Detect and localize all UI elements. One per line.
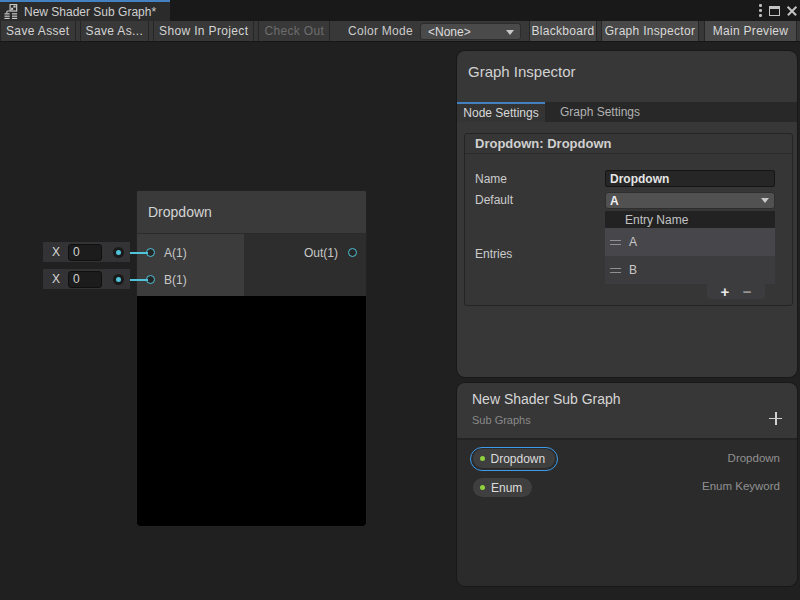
drag-handle-icon[interactable] <box>610 268 621 273</box>
entries-list: Entry Name A B + − <box>605 211 775 284</box>
add-entry-button[interactable]: + <box>720 285 729 298</box>
graph-inspector-toggle[interactable]: Graph Inspector <box>601 21 699 41</box>
entries-list-header: Entry Name <box>605 211 775 228</box>
name-input[interactable]: Dropdown <box>605 170 775 187</box>
toolbar: Save Asset Save As... Show In Project Ch… <box>0 21 800 42</box>
property-pill-enum[interactable]: Enum <box>473 478 532 497</box>
entries-header-label: Entry Name <box>625 213 688 227</box>
graph-inspector-title: Graph Inspector <box>468 63 576 80</box>
property-pill-label: Dropdown <box>491 452 546 466</box>
axis-x-label: X <box>52 272 60 286</box>
node-preview <box>136 296 367 527</box>
port-out-label: Out(1) <box>238 247 338 259</box>
node-settings-section: Dropdown: Dropdown Name Dropdown Default… <box>464 133 793 306</box>
default-label: Default <box>475 193 513 207</box>
shader-sub-graph-icon <box>4 4 19 19</box>
add-property-button[interactable] <box>769 412 783 426</box>
selected-property-ring: Dropdown <box>470 447 558 471</box>
entry-row-b[interactable]: B <box>605 256 775 284</box>
node-header[interactable]: Dropdown <box>136 190 367 233</box>
blackboard-panel: New Shader Sub Graph Sub Graphs Dropdown… <box>457 383 797 586</box>
blackboard-toggle[interactable]: Blackboard <box>529 21 597 41</box>
blackboard-title: New Shader Sub Graph <box>472 391 621 407</box>
main-preview-toggle[interactable]: Main Preview <box>704 21 797 41</box>
port-a-value-widget: X 0 <box>43 242 130 262</box>
node-input-section <box>137 234 244 296</box>
port-out-connector[interactable] <box>348 248 357 257</box>
toolbar-toggles: Blackboard Graph Inspector Main Preview <box>0 21 800 41</box>
chevron-down-icon <box>761 198 769 203</box>
property-dot-icon <box>480 456 485 461</box>
entry-row-a[interactable]: A <box>605 228 775 256</box>
port-b-value-field[interactable]: 0 <box>68 271 102 288</box>
entries-list-footer: + − <box>707 284 765 299</box>
document-tab-title: New Shader Sub Graph* <box>24 5 156 19</box>
node-title: Dropdown <box>148 204 212 220</box>
remove-entry-button[interactable]: − <box>743 285 752 298</box>
port-a-widget-connector[interactable] <box>113 247 124 258</box>
port-b-widget-connector[interactable] <box>113 274 124 285</box>
section-title: Dropdown: Dropdown <box>475 136 611 151</box>
drag-handle-icon[interactable] <box>610 240 621 245</box>
maximize-icon[interactable] <box>769 6 780 16</box>
property-type-label: Dropdown <box>728 452 780 464</box>
port-a-value-field[interactable]: 0 <box>68 244 102 261</box>
shader-graph-window: New Shader Sub Graph* Save Asset Save As… <box>0 0 800 600</box>
node-output-section <box>244 234 366 296</box>
name-label: Name <box>475 172 507 186</box>
menu-kebab-icon[interactable] <box>759 4 762 17</box>
property-dot-icon <box>480 485 485 490</box>
close-icon[interactable] <box>787 6 797 16</box>
entry-name[interactable]: A <box>629 235 637 249</box>
blackboard-header: New Shader Sub Graph Sub Graphs <box>457 383 797 440</box>
entry-name[interactable]: B <box>629 263 637 277</box>
tab-graph-settings[interactable]: Graph Settings <box>545 102 655 122</box>
section-header: Dropdown: Dropdown <box>465 134 792 154</box>
tab-node-settings[interactable]: Node Settings <box>457 102 545 122</box>
graph-inspector-panel: Graph Inspector Node Settings Graph Sett… <box>457 51 797 377</box>
entries-label: Entries <box>475 247 512 261</box>
inspector-tab-row: Node Settings Graph Settings <box>457 102 797 122</box>
port-a-label: A(1) <box>164 247 187 259</box>
axis-x-label: X <box>52 245 60 259</box>
blackboard-subtitle: Sub Graphs <box>472 414 531 426</box>
dropdown-node[interactable]: Dropdown <box>136 190 367 527</box>
port-b-label: B(1) <box>164 274 187 286</box>
default-dropdown-value: A <box>610 194 619 208</box>
window-controls <box>759 0 797 21</box>
window-tab-bar: New Shader Sub Graph* <box>0 0 800 21</box>
property-pill-label: Enum <box>491 481 522 495</box>
port-b-value-widget: X 0 <box>43 269 130 289</box>
default-dropdown[interactable]: A <box>605 192 775 209</box>
property-type-label: Enum Keyword <box>702 480 780 492</box>
property-pill-dropdown[interactable]: Dropdown <box>473 449 556 468</box>
document-tab[interactable]: New Shader Sub Graph* <box>0 0 170 21</box>
